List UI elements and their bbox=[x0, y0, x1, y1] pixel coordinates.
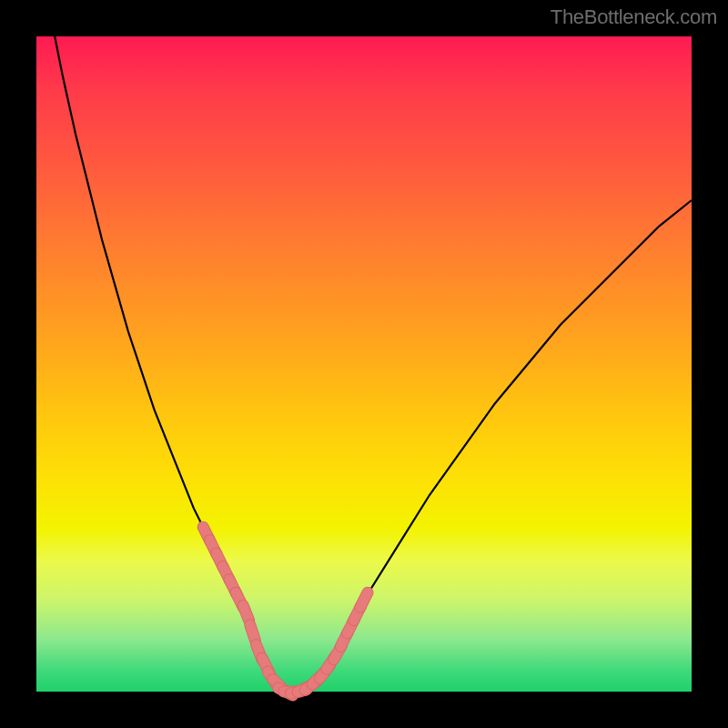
chart-frame: TheBottleneck.com bbox=[0, 0, 728, 728]
bottleneck-curve bbox=[36, 0, 692, 692]
curve-marker bbox=[243, 605, 249, 621]
curve-layer bbox=[36, 36, 692, 692]
curve-marker bbox=[360, 592, 368, 607]
curve-markers bbox=[203, 527, 368, 695]
curve-marker bbox=[250, 625, 256, 641]
watermark-text: TheBottleneck.com bbox=[551, 5, 717, 29]
plot-area bbox=[36, 36, 692, 692]
